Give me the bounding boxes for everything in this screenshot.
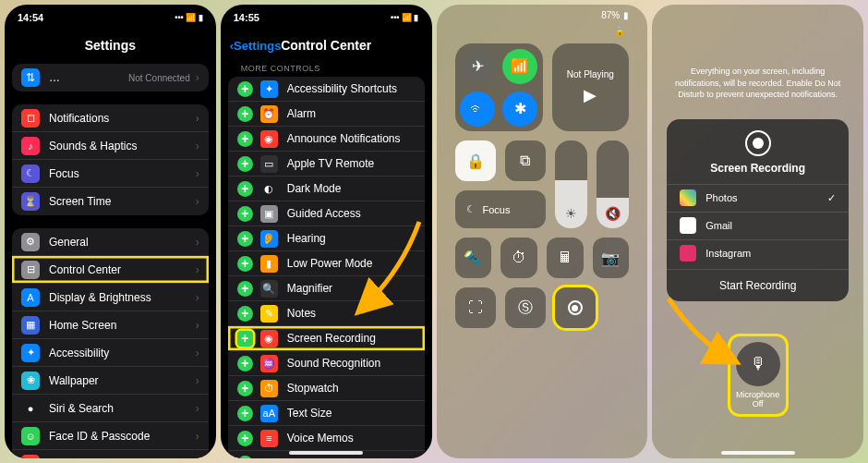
settings-row-announce-notifications[interactable]: +◉Announce Notifications xyxy=(228,127,425,152)
home-indicator[interactable] xyxy=(289,451,363,455)
broadcast-app-row[interactable]: Gmail xyxy=(667,212,849,239)
settings-row-display-brightness[interactable]: ADisplay & Brightness› xyxy=(12,284,209,311)
settings-list[interactable]: ⇅…Not Connected› ◻Notifications›♪Sounds … xyxy=(5,60,216,458)
add-control-button[interactable]: + xyxy=(237,256,253,272)
row-icon: ⏰ xyxy=(260,105,278,123)
flashlight[interactable]: 🔦 xyxy=(455,238,492,278)
camera[interactable]: 📷 xyxy=(593,238,630,278)
row-label: Display & Brightness xyxy=(49,291,196,304)
clock: 14:55 xyxy=(234,12,259,23)
add-control-button[interactable]: + xyxy=(237,281,253,297)
settings-row-voice-memos[interactable]: +≡Voice Memos xyxy=(228,426,425,451)
connectivity-tile[interactable]: ✈ 📶 ᯤ ✱ xyxy=(455,43,543,131)
settings-row-screen-time[interactable]: ⏳Screen Time› xyxy=(12,188,209,215)
settings-row-control-center[interactable]: ⊟Control Center› xyxy=(12,256,209,284)
section-header: MORE CONTROLS xyxy=(228,62,425,75)
microphone-toggle[interactable]: 🎙 MicrophoneOff xyxy=(730,336,786,414)
start-recording-button[interactable]: Start Recording xyxy=(667,269,849,301)
row-label: Wallet xyxy=(287,457,416,459)
cellular-toggle[interactable]: 📶 xyxy=(502,49,537,84)
airplane-toggle[interactable]: ✈ xyxy=(460,49,495,84)
row-icon: ◉ xyxy=(260,130,278,148)
settings-row-accessibility[interactable]: ✦Accessibility› xyxy=(12,339,209,367)
row-icon: ≡ xyxy=(260,430,278,447)
screen-mirroring[interactable]: ⧉ xyxy=(505,140,546,181)
row-label: Emergency SOS xyxy=(49,457,196,459)
add-control-button[interactable]: + xyxy=(237,456,253,458)
add-control-button[interactable]: + xyxy=(237,431,253,446)
add-control-button[interactable]: + xyxy=(237,106,253,122)
broadcast-app-row[interactable]: Photos✓ xyxy=(667,184,849,212)
qr-scanner[interactable]: ⛶ xyxy=(455,287,496,328)
settings-row-notifications[interactable]: ◻Notifications› xyxy=(12,104,209,132)
settings-row-emergency-sos[interactable]: SOSEmergency SOS› xyxy=(12,450,209,458)
broadcast-app-row[interactable]: Instagram xyxy=(667,239,849,267)
media-tile[interactable]: Not Playing ▶ xyxy=(552,43,630,131)
focus-tile[interactable]: ☾Focus xyxy=(455,190,546,228)
shazam[interactable]: Ⓢ xyxy=(505,287,546,328)
add-control-button[interactable]: + xyxy=(237,231,253,247)
add-control-button[interactable]: + xyxy=(237,131,253,147)
calculator[interactable]: 🖩 xyxy=(547,238,584,278)
settings-row-siri-search[interactable]: ●Siri & Search› xyxy=(12,395,209,422)
add-control-button[interactable]: + xyxy=(237,206,253,222)
settings-row-notes[interactable]: +✎Notes xyxy=(228,301,425,326)
row-icon: ▮ xyxy=(260,255,278,273)
chevron-icon: › xyxy=(196,195,199,208)
volume-slider[interactable]: 🔇 xyxy=(597,140,629,228)
chevron-icon: › xyxy=(196,140,199,152)
chevron-icon: › xyxy=(196,319,199,332)
add-control-button[interactable]: + xyxy=(237,306,253,322)
orientation-lock[interactable]: 🔒 xyxy=(455,140,496,181)
more-controls-list[interactable]: MORE CONTROLS +✦Accessibility Shortcuts+… xyxy=(221,60,432,458)
settings-row-wallpaper[interactable]: ❀Wallpaper› xyxy=(12,367,209,395)
settings-row-screen-recording[interactable]: +◉Screen Recording xyxy=(228,326,425,351)
row-label: Stopwatch xyxy=(287,382,416,395)
settings-row-stopwatch[interactable]: +⏱Stopwatch xyxy=(228,376,425,401)
chevron-icon: › xyxy=(196,167,199,180)
settings-row-sounds-haptics[interactable]: ♪Sounds & Haptics› xyxy=(12,132,209,160)
home-indicator[interactable] xyxy=(721,451,795,455)
settings-row-home-screen[interactable]: ▦Home Screen› xyxy=(12,311,209,339)
add-control-button[interactable]: + xyxy=(237,156,253,172)
settings-row-general[interactable]: ⚙General› xyxy=(12,228,209,256)
app-icon xyxy=(680,189,696,206)
add-control-button[interactable]: + xyxy=(237,406,253,421)
row-icon: ✦ xyxy=(260,80,278,98)
settings-row-guided-access[interactable]: +▣Guided Access xyxy=(228,201,425,226)
app-label: Instagram xyxy=(705,248,751,259)
screen-record-button[interactable] xyxy=(555,287,596,328)
chevron-icon: › xyxy=(196,112,199,125)
row-label: Voice Memos xyxy=(287,432,416,445)
row-label: Face ID & Passcode xyxy=(49,430,196,443)
add-control-button[interactable]: + xyxy=(237,81,253,97)
add-control-button[interactable]: + xyxy=(237,356,253,372)
settings-row-dark-mode[interactable]: +◐Dark Mode xyxy=(228,177,425,201)
add-control-button[interactable]: + xyxy=(237,331,253,347)
status-bar: 14:55 ••• 📶 ▮ xyxy=(221,5,432,30)
settings-row-accessibility-shortcuts[interactable]: +✦Accessibility Shortcuts xyxy=(228,77,425,102)
row-label: Sound Recognition xyxy=(287,357,416,370)
settings-row-hearing[interactable]: +👂Hearing xyxy=(228,226,425,251)
settings-row-magnifier[interactable]: +🔍Magnifier xyxy=(228,276,425,301)
settings-row-face-id-passcode[interactable]: ☺Face ID & Passcode› xyxy=(12,422,209,450)
row-icon: ● xyxy=(21,399,40,418)
add-control-button[interactable]: + xyxy=(237,381,253,396)
row-label: Siri & Search xyxy=(49,402,196,415)
screenshot-control-center-settings: 14:55 ••• 📶 ▮ ‹ Settings Control Center … xyxy=(221,5,432,458)
add-control-button[interactable]: + xyxy=(237,181,253,197)
timer[interactable]: ⏱ xyxy=(500,238,537,278)
settings-row-sound-recognition[interactable]: +♒Sound Recognition xyxy=(228,351,425,376)
row-icon: ◻ xyxy=(21,109,40,128)
clock: 14:54 xyxy=(18,12,43,23)
settings-row-text-size[interactable]: +aAText Size xyxy=(228,401,425,426)
back-button[interactable]: ‹ Settings xyxy=(230,39,282,53)
bluetooth-toggle[interactable]: ✱ xyxy=(502,91,537,127)
row-label: Apple TV Remote xyxy=(287,157,416,170)
settings-row-low-power-mode[interactable]: +▮Low Power Mode xyxy=(228,251,425,276)
settings-row-apple-tv-remote[interactable]: +▭Apple TV Remote xyxy=(228,152,425,177)
wifi-toggle[interactable]: ᯤ xyxy=(460,91,495,127)
brightness-slider[interactable]: ☀ xyxy=(555,140,587,228)
settings-row-alarm[interactable]: +⏰Alarm xyxy=(228,102,425,127)
settings-row-focus[interactable]: ☾Focus› xyxy=(12,160,209,188)
